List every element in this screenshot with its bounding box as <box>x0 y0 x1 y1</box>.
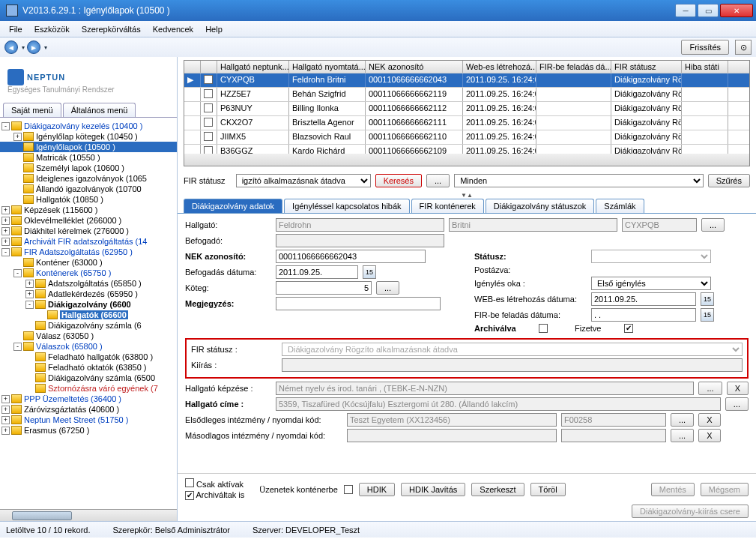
kepzes-lookup[interactable]: ... <box>698 382 722 395</box>
form-tab[interactable]: Diákigazolvány adatok <box>184 199 282 213</box>
search-button[interactable]: Keresés <box>375 174 422 187</box>
grid-body[interactable]: ▶CYXPQBFeldrohn Britni000110666666620432… <box>184 73 749 154</box>
befdat-field[interactable] <box>276 265 358 279</box>
tree-item[interactable]: +Képzések (115600 ) <box>0 205 177 215</box>
elso-lookup[interactable]: ... <box>671 413 694 427</box>
nav-back-dd[interactable]: ▾ <box>19 44 27 51</box>
table-row[interactable]: JIIMX5Blazsovich Raul0001106666666211020… <box>184 130 749 144</box>
grid-col-header[interactable]: NEK azonosító <box>366 61 463 73</box>
grid-col-header[interactable]: Hallgató nyomtatá... <box>289 61 366 73</box>
koteg-field[interactable] <box>276 281 372 295</box>
tree-item[interactable]: Feladható oktatók (63850 ) <box>0 362 177 373</box>
igeny-select[interactable]: Első igénylés <box>591 277 711 290</box>
fir-status-filter[interactable]: igzító alkalmazásnak átadva <box>236 174 371 187</box>
hdikjav-button[interactable]: HDIK Javítás <box>401 483 465 496</box>
tree-item[interactable]: Állandó igazolványok (10700 <box>0 184 177 194</box>
arch-label2[interactable]: ✔ Archiváltak is <box>185 490 244 500</box>
menu-help[interactable]: Help <box>201 23 227 35</box>
grid-col-header[interactable]: Web-es létrehozá... <box>463 61 536 73</box>
hallgato-lookup[interactable]: ... <box>701 218 725 232</box>
calendar-icon[interactable]: 15 <box>363 265 376 279</box>
tree-item[interactable]: +Archivált FIR adatszolgáltatás (14 <box>0 236 177 247</box>
tree-item[interactable]: Igénylőlapok (10500 ) <box>0 142 177 152</box>
more-button[interactable]: ... <box>426 174 450 187</box>
nav-fwd-dd[interactable]: ▾ <box>42 44 49 51</box>
webdat-field[interactable] <box>591 292 696 306</box>
menu-file[interactable]: File <box>4 23 27 35</box>
tree-item[interactable]: -Diákigazolvány kezelés (10400 ) <box>0 121 177 131</box>
table-row[interactable]: B36GGZKardo Richárd000110666666621092011… <box>184 144 749 154</box>
tree-hscroll[interactable] <box>0 509 177 521</box>
calendar-icon-3[interactable]: 15 <box>701 308 714 322</box>
tree-item[interactable]: +Záróvizsgáztatás (40600 ) <box>0 404 177 415</box>
close-button[interactable]: ✕ <box>720 4 753 17</box>
masod-lookup[interactable]: ... <box>671 429 694 442</box>
tree-item[interactable]: Hallgatók (10850 ) <box>0 194 177 205</box>
form-tab[interactable]: Igényléssel kapcsolatos hibák <box>284 199 410 213</box>
tree-item[interactable]: -Konténerek (65750 ) <box>0 268 177 278</box>
data-grid[interactable]: Hallgató neptunk...Hallgató nyomtatá...N… <box>184 60 750 166</box>
menu-tools[interactable]: Eszközök <box>30 23 74 35</box>
szures-button[interactable]: Szűrés <box>708 174 750 187</box>
archis-checkbox[interactable]: ✔ <box>185 491 194 500</box>
cim-lookup[interactable]: ... <box>725 397 749 411</box>
tree-item[interactable]: +Diákhitel kérelmek (276000 ) <box>0 226 177 236</box>
tab-general-menu[interactable]: Általános menü <box>63 103 136 117</box>
tree[interactable]: -Diákigazolvány kezelés (10400 )+Igénylő… <box>0 118 177 509</box>
form-tab[interactable]: Számlák <box>596 199 644 213</box>
tree-item[interactable]: +Igénylőlap kötegek (10450 ) <box>0 131 177 142</box>
masod-x[interactable]: X <box>698 429 720 442</box>
firdat-field[interactable] <box>591 308 696 322</box>
kepzes-x[interactable]: X <box>727 382 749 395</box>
tab-own-menu[interactable]: Saját menü <box>3 103 61 117</box>
kont-checkbox[interactable] <box>344 485 353 494</box>
torol-button[interactable]: Töröl <box>530 483 566 496</box>
grid-col-header[interactable]: Hiba státi <box>682 61 728 73</box>
tree-item[interactable]: +PPP Üzemeltetés (36400 ) <box>0 394 177 404</box>
szerkeszt-button[interactable]: Szerkeszt <box>471 483 524 496</box>
grid-col-header[interactable]: FIR-be feladás dá... <box>536 61 611 73</box>
form-tab[interactable]: Diákigazolvány státuszok <box>486 199 595 213</box>
nav-back-button[interactable]: ◄ <box>4 40 18 54</box>
aktiv-label[interactable]: Csak aktívak <box>185 478 244 489</box>
fiz-checkbox[interactable]: ✔ <box>624 324 633 333</box>
tree-item[interactable]: -Diákigazolvány (6600 <box>0 299 177 310</box>
minden-select[interactable]: Minden <box>454 174 704 187</box>
tree-item[interactable]: +Adatlekérdezés (65950 ) <box>0 289 177 299</box>
menu-favorites[interactable]: Kedvencek <box>148 23 198 35</box>
collapse-icon[interactable]: ▼▲ <box>178 192 756 199</box>
grid-col-header[interactable] <box>201 61 217 73</box>
aktiv-checkbox[interactable] <box>185 478 194 487</box>
tree-item[interactable]: Személyi lapok (10600 ) <box>0 163 177 173</box>
megj-field[interactable] <box>276 297 441 310</box>
nek-field[interactable] <box>276 250 426 263</box>
nav-fwd-button[interactable]: ► <box>27 40 40 54</box>
tree-item[interactable]: Ideiglenes igazolványok (1065 <box>0 173 177 184</box>
hdik-button[interactable]: HDIK <box>359 483 395 496</box>
tree-item[interactable]: +Oklevélmelléklet (266000 ) <box>0 215 177 226</box>
pin-icon[interactable]: ⊙ <box>735 40 752 55</box>
tree-item[interactable]: Diákigazolvány számla (6500 <box>0 373 177 383</box>
refresh-button[interactable]: Frissítés <box>681 40 729 55</box>
tree-item[interactable]: -FIR Adatszolgáltatás (62950 ) <box>0 247 177 257</box>
form-tab[interactable]: FIR konténerek <box>411 199 484 213</box>
tree-item[interactable]: Diákigazolvány számla (6 <box>0 320 177 331</box>
tree-item[interactable]: Válasz (63050 ) <box>0 331 177 341</box>
koteg-lookup[interactable]: ... <box>376 281 399 295</box>
grid-col-header[interactable]: Hallgató neptunk... <box>217 61 289 73</box>
tree-item[interactable]: Hallgatók (66600 <box>0 310 177 320</box>
arch-checkbox[interactable] <box>539 324 548 333</box>
calendar-icon-2[interactable]: 15 <box>701 292 714 306</box>
tree-item[interactable]: Konténer (63000 ) <box>0 257 177 268</box>
tree-item[interactable]: Sztornózásra váró egyének (7 <box>0 383 177 394</box>
table-row[interactable]: ▶CYXPQBFeldrohn Britni000110666666620432… <box>184 73 749 87</box>
tree-item[interactable]: +Erasmus (67250 ) <box>0 425 177 436</box>
grid-col-header[interactable]: FIR státusz <box>611 61 682 73</box>
grid-col-header[interactable] <box>184 61 201 73</box>
tree-item[interactable]: -Válaszok (65800 ) <box>0 341 177 352</box>
grid-hscroll[interactable] <box>184 154 749 166</box>
tree-item[interactable]: Feladható hallgatók (63800 ) <box>0 352 177 362</box>
maximize-button[interactable]: ▭ <box>698 4 719 17</box>
menu-role[interactable]: Szerepkörváltás <box>77 23 145 35</box>
elso-x[interactable]: X <box>698 413 720 427</box>
